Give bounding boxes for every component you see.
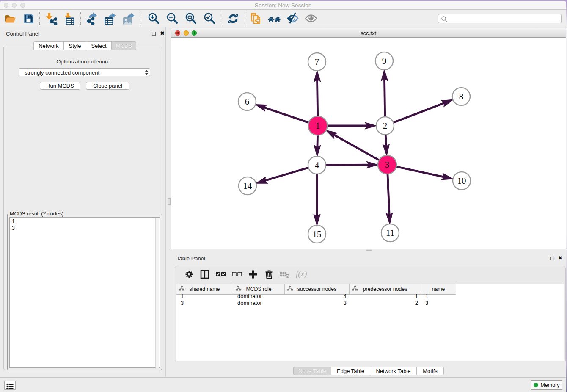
svg-text:9: 9 [382,56,387,66]
svg-text:2: 2 [383,121,388,131]
svg-text:15: 15 [313,229,322,239]
svg-text:1: 1 [316,121,320,131]
svg-text:14: 14 [243,181,253,191]
svg-text:7: 7 [315,57,319,67]
svg-text:11: 11 [386,228,394,238]
svg-text:8: 8 [459,91,464,102]
svg-text:3: 3 [385,160,390,170]
svg-text:f(x): f(x) [296,269,307,279]
svg-text:10: 10 [457,176,466,186]
svg-text:6: 6 [245,97,250,107]
svg-text:4: 4 [315,160,319,170]
